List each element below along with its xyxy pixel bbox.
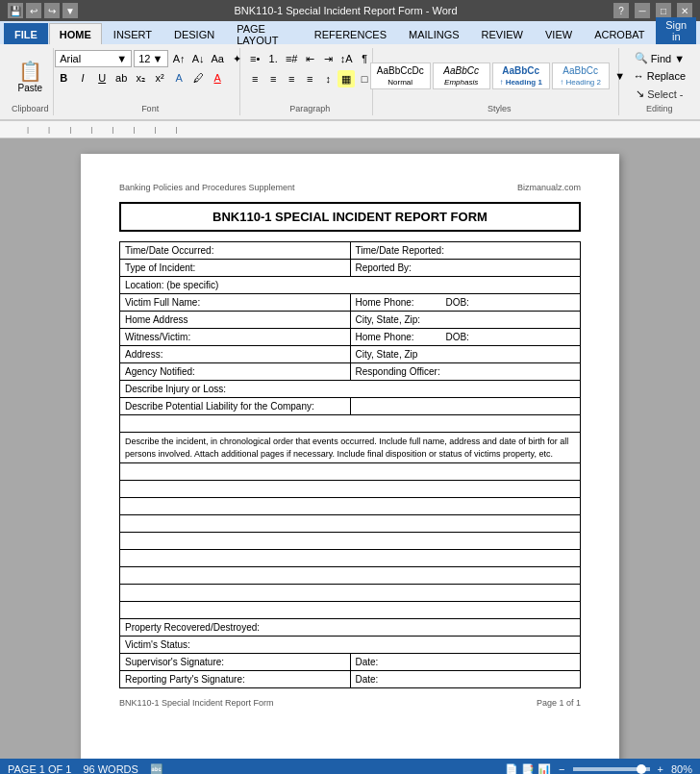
tab-view[interactable]: VIEW	[535, 23, 583, 44]
tab-page-layout[interactable]: PAGE LAYOUT	[226, 23, 303, 44]
italic-button[interactable]: I	[74, 69, 91, 87]
witness-victim-cell: Witness/Victim:	[120, 329, 351, 346]
find-label: Find	[651, 53, 671, 64]
bullets-btn[interactable]: ≡•	[246, 50, 263, 67]
zoom-slider[interactable]	[573, 767, 650, 771]
style-heading1[interactable]: AaBbCc↑ Heading 1	[492, 62, 550, 89]
agency-notified-label: Agency Notified:	[125, 366, 195, 377]
text-highlight-btn[interactable]: 🖊	[189, 69, 207, 87]
quick-save-btn[interactable]: 💾	[8, 3, 23, 18]
home-phone2-label: Home Phone:	[356, 332, 414, 342]
underline-button[interactable]: U	[93, 69, 111, 87]
zoom-minus-btn[interactable]: −	[559, 763, 564, 774]
table-row	[120, 567, 581, 585]
table-row	[120, 463, 581, 481]
justify-btn[interactable]: ≡	[301, 70, 318, 87]
tab-design[interactable]: DESIGN	[163, 23, 225, 44]
font-size-dropdown-icon[interactable]: ▼	[152, 53, 162, 64]
font-color-btn[interactable]: A	[209, 69, 226, 87]
location-cell: Location: (be specific)	[120, 277, 581, 294]
strikethrough-btn[interactable]: ab	[112, 69, 130, 87]
paragraph-content: ≡• 1. ≡# ⇤ ⇥ ↕A ¶ ≡ ≡ ≡ ≡ ↕ ▦ □	[246, 50, 373, 102]
increase-indent-btn[interactable]: ⇥	[319, 50, 337, 67]
decrease-font-btn[interactable]: A↓	[189, 50, 207, 67]
tab-insert[interactable]: INSERT	[103, 23, 162, 44]
time-occurred-cell: Time/Date Occurred:	[120, 242, 351, 260]
address-label: Address:	[125, 349, 162, 360]
format-row: B I U ab x₂ x² A 🖊 A	[55, 69, 245, 87]
style-emphasis[interactable]: AaBbCcEmphasis	[433, 62, 490, 89]
help-btn[interactable]: ?	[613, 3, 629, 18]
maximize-btn[interactable]: □	[656, 3, 671, 18]
tab-acrobat[interactable]: ACROBAT	[584, 23, 655, 44]
tab-file[interactable]: FILE	[4, 23, 48, 44]
font-dropdown-icon[interactable]: ▼	[116, 53, 127, 64]
redo-btn[interactable]: ↪	[44, 3, 60, 18]
minimize-btn[interactable]: ─	[635, 3, 650, 18]
dob2-label: DOB:	[445, 332, 468, 342]
style-heading2[interactable]: AaBbCc↑ Heading 2	[552, 62, 610, 89]
empty-line-8	[120, 585, 581, 602]
align-right-btn[interactable]: ≡	[283, 70, 300, 87]
increase-font-btn[interactable]: A↑	[170, 50, 188, 67]
table-row: Victim's Status:	[120, 637, 581, 654]
find-button[interactable]: 🔍 Find ▼	[630, 50, 689, 66]
paragraph-row1: ≡• 1. ≡# ⇤ ⇥ ↕A ¶	[246, 50, 373, 67]
victim-status-cell: Victim's Status:	[120, 637, 581, 654]
line-spacing-btn[interactable]: ↕	[319, 70, 337, 87]
table-row: Describe Injury or Loss:	[120, 381, 581, 398]
shading-btn[interactable]: ▦	[338, 70, 355, 87]
close-btn[interactable]: ✕	[677, 3, 692, 18]
align-center-btn[interactable]: ≡	[264, 70, 282, 87]
undo-btn[interactable]: ↩	[26, 3, 41, 18]
style-normal[interactable]: AaBbCcDcNormal	[370, 62, 431, 89]
empty-line-3	[120, 498, 581, 515]
font-size-box[interactable]: 12 ▼	[134, 50, 168, 67]
numbering-btn[interactable]: 1.	[264, 50, 282, 67]
subscript-btn[interactable]: x₂	[132, 69, 149, 87]
multilevel-btn[interactable]: ≡#	[283, 50, 300, 67]
paste-button[interactable]: 📋 Paste	[12, 57, 50, 96]
table-row	[120, 602, 581, 619]
styles-label: Styles	[488, 104, 512, 113]
empty-line-4	[120, 515, 581, 533]
bold-button[interactable]: B	[55, 69, 72, 87]
describe-liability-label: Describe Potential Liability for the Com…	[125, 401, 314, 412]
paragraph-label: Paragraph	[289, 104, 330, 113]
clear-format-btn[interactable]: ✦	[228, 50, 245, 67]
describe-injury-cell: Describe Injury or Loss:	[120, 381, 581, 398]
editing-label: Editing	[646, 104, 673, 113]
city-state-zip1-cell: City, State, Zip:	[350, 312, 581, 329]
home-phone2-cell: Home Phone: DOB:	[350, 329, 581, 346]
replace-button[interactable]: ↔ Replace	[629, 68, 690, 84]
sort-btn[interactable]: ↕A	[338, 50, 355, 67]
font-content: Arial ▼ 12 ▼ A↑ A↓ Aa ✦ B I U ab	[55, 50, 245, 102]
reported-by-label: Reported By:	[356, 262, 412, 273]
victim-name-cell: Victim Full Name:	[120, 294, 351, 312]
zoom-plus-btn[interactable]: +	[658, 763, 663, 774]
decrease-indent-btn[interactable]: ⇤	[301, 50, 318, 67]
font-name-value: Arial	[60, 53, 81, 64]
select-button[interactable]: ↘ Select -	[631, 86, 688, 102]
text-effect-btn[interactable]: A	[170, 69, 188, 87]
tab-mailings[interactable]: MAILINGS	[398, 23, 470, 44]
footer-left: BNK110-1 Special Incident Report Form	[119, 698, 274, 708]
change-case-btn[interactable]: Aa	[209, 50, 226, 67]
superscript-btn[interactable]: x²	[151, 69, 168, 87]
replace-label: Replace	[647, 70, 686, 82]
font-name-box[interactable]: Arial ▼	[55, 50, 132, 67]
page-footer: BNK110-1 Special Incident Report Form Pa…	[119, 698, 581, 708]
paragraph-row2: ≡ ≡ ≡ ≡ ↕ ▦ □	[246, 70, 373, 87]
page: Banking Policies and Procedures Suppleme…	[81, 154, 619, 759]
address-cell: Address:	[120, 346, 351, 363]
customize-btn[interactable]: ▼	[62, 3, 78, 18]
tab-home[interactable]: HOME	[49, 23, 102, 44]
tab-review[interactable]: REVIEW	[471, 23, 534, 44]
align-left-btn[interactable]: ≡	[246, 70, 263, 87]
home-address-label: Home Address	[125, 314, 188, 325]
sign-in-button[interactable]: Sign in	[656, 17, 696, 44]
describe-liability-cell: Describe Potential Liability for the Com…	[120, 398, 351, 415]
find-dropdown[interactable]: ▼	[674, 53, 685, 64]
tab-references[interactable]: REFERENCES	[304, 23, 397, 44]
form-table: Time/Date Occurred: Time/Date Reported: …	[119, 241, 581, 688]
